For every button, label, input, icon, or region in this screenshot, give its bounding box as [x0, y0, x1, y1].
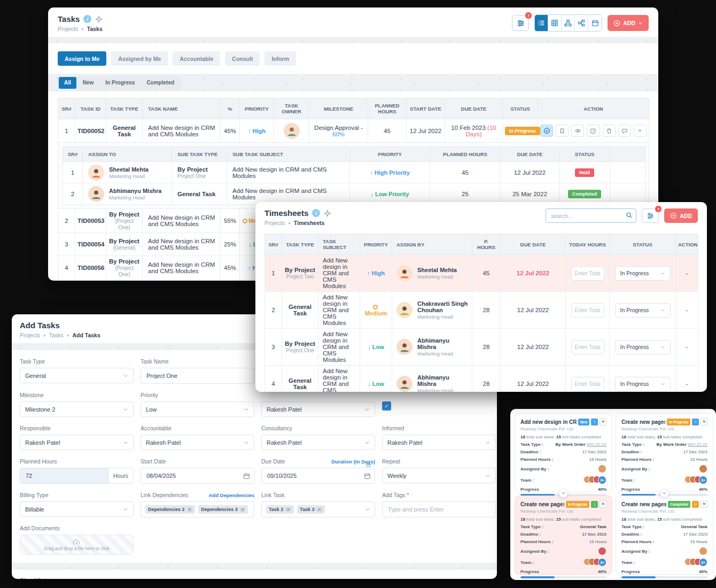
file-dropzone[interactable]: Drag and drop a file here or click	[20, 535, 134, 555]
scroll-more-button[interactable]	[559, 489, 568, 498]
milestone-select[interactable]: Milestone 2	[20, 401, 134, 417]
task-name-input[interactable]	[141, 368, 254, 384]
info-icon[interactable]: i	[312, 209, 320, 217]
timer-button[interactable]	[540, 125, 553, 137]
remove-tag-icon[interactable]: ✕	[187, 507, 193, 512]
priority-field: Priority Low	[141, 392, 254, 417]
priority-select[interactable]: Low	[141, 401, 254, 417]
tab-inform[interactable]: Inform	[264, 51, 296, 66]
informed-select[interactable]: Rakesh Patel	[382, 435, 496, 450]
task-type-select[interactable]: General	[20, 368, 134, 383]
add-tags-input[interactable]	[382, 501, 496, 517]
timesheet-row[interactable]: 4 General Task Add New design in CRM and…	[265, 366, 698, 392]
status-badge: In Progress	[505, 127, 540, 135]
status-select[interactable]: In Progress	[615, 303, 671, 318]
view-button[interactable]	[571, 125, 584, 137]
bookmark-icon[interactable]: ⚑	[600, 501, 606, 508]
task-card[interactable]: Create new pages des... Completed ○ ⚑ Re…	[616, 496, 713, 575]
pin-icon[interactable]	[324, 210, 331, 217]
timesheet-row[interactable]: 2 General Task Add New design in CRM and…	[265, 292, 698, 329]
calendar-icon[interactable]	[243, 473, 250, 479]
team-overflow-badge[interactable]: 3+	[598, 476, 606, 484]
status-select[interactable]: In Progress	[615, 266, 671, 281]
add-dependencies-link[interactable]: Add Dependencies	[208, 492, 254, 498]
calendar-icon	[592, 19, 599, 27]
tab-all[interactable]: All	[59, 77, 76, 89]
tab-new[interactable]: New	[77, 77, 99, 89]
priority-badge: ○	[692, 501, 699, 508]
comment-button[interactable]	[618, 125, 631, 137]
search-icon[interactable]	[626, 212, 633, 219]
status-select[interactable]: In Progress	[615, 340, 671, 354]
due-date-input[interactable]	[261, 468, 375, 484]
bookmark-icon[interactable]: ⚑	[701, 501, 707, 508]
breadcrumb-parent[interactable]: Projects	[58, 26, 78, 32]
breadcrumb: Projects ● Tasks	[58, 26, 103, 32]
tab-accountable[interactable]: Accountable	[173, 51, 220, 66]
tab-assigned-by-me[interactable]: Assigned by Me	[111, 51, 168, 66]
planned-hours-input[interactable]	[20, 468, 108, 483]
bookmark-icon[interactable]: ⚑	[701, 419, 707, 425]
list-icon	[538, 19, 545, 27]
remove-tag-icon[interactable]: ✕	[285, 507, 291, 512]
assignee-select[interactable]: Rakesh Patel	[261, 401, 375, 417]
filter-button[interactable]: 7	[512, 15, 529, 31]
add-button[interactable]: ADD	[608, 15, 649, 31]
due-date-cell: 10 Feb 2023 (10 Days)	[445, 119, 503, 143]
repeat-select[interactable]: Weekly	[382, 468, 496, 483]
today-hours-input[interactable]	[571, 377, 604, 391]
hierarchy-view-button[interactable]	[562, 15, 575, 31]
task-card[interactable]: Add new design in CRM ... New ↑ ⚑ Redwop…	[515, 413, 612, 492]
calendar-view-button[interactable]	[588, 15, 602, 31]
grid-view-button[interactable]	[548, 15, 562, 31]
search-input[interactable]	[546, 208, 636, 223]
dependencies-multiselect[interactable]: Dependencies 2✕ Dependencies 3✕	[141, 501, 254, 517]
responsible-select[interactable]: Rakesh Patel	[20, 435, 134, 450]
subtask-row[interactable]: 1 Sheetal MehtaMarketing Head By Project…	[63, 162, 645, 183]
tab-assign-to-me[interactable]: Assign to Me	[58, 51, 106, 66]
timesheets-table: SR#TASK TYPETASK SUBJECTPRIORITYASSIGN B…	[264, 234, 698, 392]
scroll-more-button[interactable]	[660, 489, 669, 498]
team-overflow-badge[interactable]: 3+	[598, 558, 606, 567]
option-checkbox[interactable]: ✓	[382, 401, 391, 411]
tab-consult[interactable]: Consult	[225, 51, 260, 66]
responsible-field: Responsible Rakesh Patel	[20, 425, 134, 450]
task-card[interactable]: Create new pages des... In Progress ↓ ⚑ …	[515, 496, 612, 575]
list-view-button[interactable]	[535, 15, 548, 31]
duration-link[interactable]: Duration (In Days)	[331, 459, 375, 465]
timesheet-row[interactable]: 3 By ProjectProject One Add New design i…	[265, 329, 698, 366]
collapse-button[interactable]	[634, 125, 647, 137]
task-row[interactable]: 1 TID00052 General Task Add New design i…	[58, 119, 649, 143]
filter-button[interactable]: 7	[642, 208, 659, 223]
tab-in-progress[interactable]: In Progress	[100, 77, 140, 89]
bookmark-button[interactable]	[556, 125, 569, 137]
flow-view-button[interactable]	[575, 15, 588, 31]
chevron-down-icon	[123, 440, 128, 445]
remove-tag-icon[interactable]: ✕	[240, 507, 246, 512]
tab-completed[interactable]: Completed	[141, 77, 180, 89]
accountable-select[interactable]: Rakesh Patel	[141, 435, 254, 450]
delete-button[interactable]	[603, 125, 616, 137]
add-button[interactable]: ADD	[664, 208, 698, 223]
start-date-input[interactable]	[141, 468, 254, 484]
today-hours-input[interactable]	[571, 266, 604, 281]
timesheet-row[interactable]: 1 By ProjectProject Two Add New design i…	[265, 255, 698, 292]
team-overflow-badge[interactable]: 3+	[699, 476, 707, 484]
subtask-row[interactable]: 2 Abhimanyu MishraMarketing Head General…	[63, 183, 645, 205]
remove-tag-icon[interactable]: ✕	[316, 507, 322, 512]
pin-icon[interactable]	[95, 16, 103, 23]
info-icon[interactable]: i	[83, 15, 91, 23]
calendar-icon[interactable]	[364, 473, 371, 479]
today-hours-input[interactable]	[571, 303, 604, 318]
team-overflow-badge[interactable]: 3+	[699, 558, 707, 567]
bookmark-icon[interactable]: ⚑	[600, 419, 606, 425]
today-hours-input[interactable]	[571, 340, 604, 354]
status-badge: Completed	[668, 501, 690, 508]
task-card[interactable]: Create new pages des... In Progress ↑ ⚑ …	[616, 413, 713, 492]
check-circle-icon	[543, 127, 550, 134]
status-select[interactable]: In Progress	[615, 377, 671, 391]
link-task-multiselect[interactable]: Task 2✕ Task 3✕	[261, 501, 375, 517]
billing-type-select[interactable]: Billable	[20, 501, 134, 517]
consultancy-select[interactable]: Rakesh Patel	[261, 435, 375, 450]
edit-button[interactable]	[587, 125, 600, 137]
